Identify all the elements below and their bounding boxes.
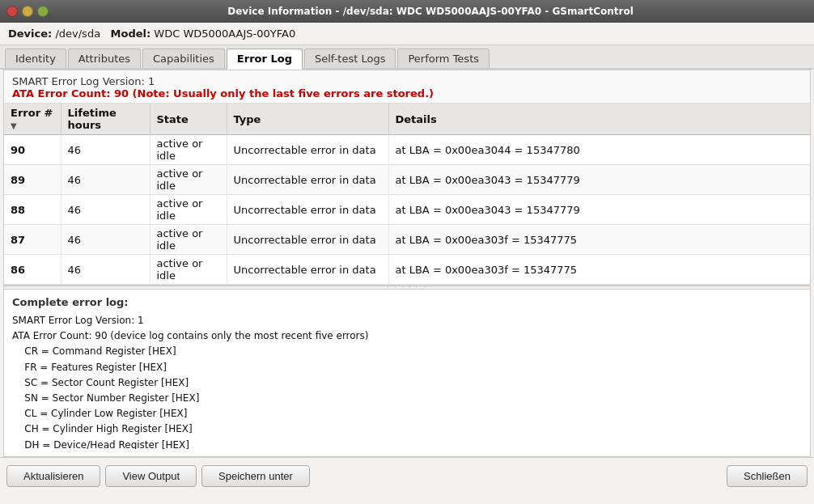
cell-error-num: 89 <box>4 165 61 195</box>
cell-error-num: 88 <box>4 195 61 225</box>
log-scroll[interactable]: SMART Error Log Version: 1 ATA Error Cou… <box>12 313 802 449</box>
cell-state: active or idle <box>150 135 227 165</box>
titlebar: Device Information - /dev/sda: WDC WD500… <box>0 0 814 23</box>
left-buttons: Aktualisieren View Output Speichern unte… <box>6 465 310 487</box>
tab-bar: Identity Attributes Capabilities Error L… <box>0 45 814 70</box>
maximize-button[interactable] <box>37 6 49 17</box>
cell-error-num: 87 <box>4 225 61 255</box>
cell-details: at LBA = 0x00ea3044 = 15347780 <box>388 135 810 165</box>
col-header-type[interactable]: Type <box>227 104 388 135</box>
speichern-button[interactable]: Speichern unter <box>201 465 310 487</box>
log-content: SMART Error Log Version: 1 ATA Error Cou… <box>12 313 802 449</box>
tab-capabilities[interactable]: Capabilities <box>142 49 225 68</box>
schliessen-button[interactable]: Schließen <box>727 465 808 487</box>
view-output-button[interactable]: View Output <box>105 465 197 487</box>
device-label: Device: <box>8 28 52 40</box>
cell-lifetime: 46 <box>61 165 150 195</box>
window-controls[interactable] <box>6 6 49 17</box>
complete-log-label: Complete error log: <box>12 296 802 308</box>
table-row: 89 46 active or idle Uncorrectable error… <box>4 165 810 195</box>
cell-lifetime: 46 <box>61 255 150 285</box>
cell-type: Uncorrectable error in data <box>227 195 388 225</box>
window-title: Device Information - /dev/sda: WDC WD500… <box>53 6 808 17</box>
model-name: WDC WD5000AAJS-00YFA0 <box>154 28 295 40</box>
cell-details: at LBA = 0x00ea3043 = 15347779 <box>388 165 810 195</box>
model-label: Model: <box>111 28 151 40</box>
smart-version: SMART Error Log Version: 1 <box>12 75 802 87</box>
col-header-details[interactable]: Details <box>388 104 810 135</box>
device-path: /dev/sda <box>55 28 100 40</box>
error-table-container: Error # ▼ Lifetime hours State Type Deta… <box>4 104 810 286</box>
ata-error-count: ATA Error Count: 90 (Note: Usually only … <box>12 87 802 100</box>
cell-details: at LBA = 0x00ea3043 = 15347779 <box>388 195 810 225</box>
aktualisieren-button[interactable]: Aktualisieren <box>6 465 100 487</box>
error-log-header: SMART Error Log Version: 1 ATA Error Cou… <box>4 70 810 104</box>
right-buttons: Schließen <box>727 465 808 487</box>
tab-attributes[interactable]: Attributes <box>68 49 141 68</box>
cell-type: Uncorrectable error in data <box>227 255 388 285</box>
cell-type: Uncorrectable error in data <box>227 225 388 255</box>
tab-error-log[interactable]: Error Log <box>227 49 303 70</box>
error-table: Error # ▼ Lifetime hours State Type Deta… <box>4 104 810 285</box>
log-area: Complete error log: SMART Error Log Vers… <box>4 290 810 456</box>
device-bar: Device: /dev/sda Model: WDC WD5000AAJS-0… <box>0 23 814 45</box>
col-header-error[interactable]: Error # ▼ <box>4 104 61 135</box>
cell-details: at LBA = 0x00ea303f = 15347775 <box>388 225 810 255</box>
cell-lifetime: 46 <box>61 225 150 255</box>
main-content: SMART Error Log Version: 1 ATA Error Cou… <box>3 70 811 457</box>
tab-identity[interactable]: Identity <box>5 49 66 68</box>
minimize-button[interactable] <box>22 6 33 17</box>
col-header-lifetime[interactable]: Lifetime hours <box>61 104 150 135</box>
cell-type: Uncorrectable error in data <box>227 165 388 195</box>
close-button[interactable] <box>6 6 18 17</box>
bottom-bar: Aktualisieren View Output Speichern unte… <box>0 457 814 494</box>
tab-perform-tests[interactable]: Perform Tests <box>397 49 490 68</box>
cell-error-num: 90 <box>4 135 61 165</box>
cell-state: active or idle <box>150 195 227 225</box>
table-header-row: Error # ▼ Lifetime hours State Type Deta… <box>4 104 810 135</box>
cell-type: Uncorrectable error in data <box>227 135 388 165</box>
cell-details: at LBA = 0x00ea303f = 15347775 <box>388 255 810 285</box>
table-row: 87 46 active or idle Uncorrectable error… <box>4 225 810 255</box>
cell-state: active or idle <box>150 255 227 285</box>
table-row: 90 46 active or idle Uncorrectable error… <box>4 135 810 165</box>
cell-lifetime: 46 <box>61 135 150 165</box>
cell-state: active or idle <box>150 225 227 255</box>
tab-self-test-logs[interactable]: Self-test Logs <box>304 49 396 68</box>
cell-lifetime: 46 <box>61 195 150 225</box>
sort-arrow-icon: ▼ <box>11 121 17 130</box>
cell-state: active or idle <box>150 165 227 195</box>
table-row: 88 46 active or idle Uncorrectable error… <box>4 195 810 225</box>
col-header-state[interactable]: State <box>150 104 227 135</box>
cell-error-num: 86 <box>4 255 61 285</box>
table-row: 86 46 active or idle Uncorrectable error… <box>4 255 810 285</box>
